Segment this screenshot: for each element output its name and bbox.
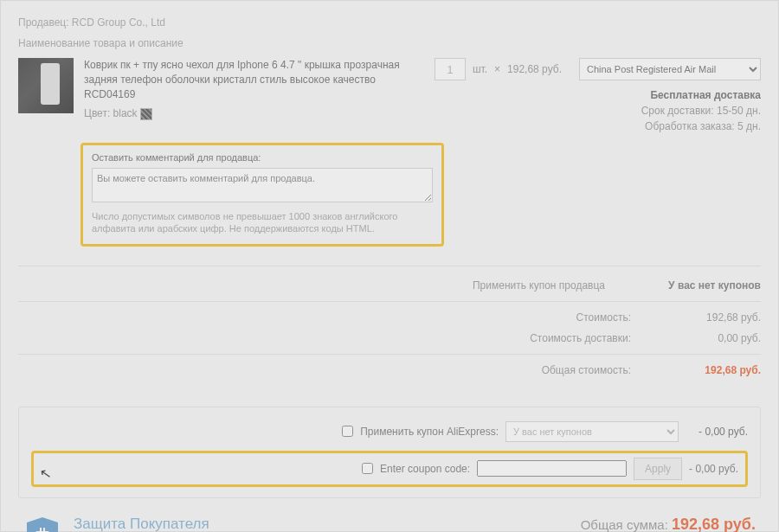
product-description-label: Наименование товара и описание xyxy=(18,37,761,49)
cursor-icon xyxy=(38,465,52,483)
unit-price: 192,68 руб. xyxy=(507,63,562,75)
product-thumbnail xyxy=(18,58,74,113)
cost-value: 192,68 руб. xyxy=(666,311,761,324)
shipping-method-select[interactable]: China Post Registered Air Mail xyxy=(579,58,761,80)
aliexpress-coupon-checkbox[interactable] xyxy=(342,426,353,437)
free-shipping-label: Бесплатная доставка xyxy=(572,89,761,101)
apply-coupon-button[interactable]: Apply xyxy=(634,458,682,480)
ship-cost-label: Стоимость доставки: xyxy=(530,332,631,344)
processing-time: Обработка заказа: 5 дн. xyxy=(572,120,761,132)
grand-total-line: Общая сумма: 192,68 руб. xyxy=(581,516,756,532)
delivery-time: Срок доставки: 15-50 дн. xyxy=(572,105,761,117)
aliexpress-coupon-label: Применить купон AliExpress: xyxy=(360,426,499,438)
times-symbol: × xyxy=(494,63,500,75)
coupon-code-amount: - 0,00 руб. xyxy=(689,463,738,475)
quantity-block: шт. × 192,68 руб. xyxy=(435,58,562,80)
subtotal-label: Общая стоимость: xyxy=(542,364,631,376)
product-title: Коврик пк + тпу ясно чехол для Iphone 6 … xyxy=(84,58,419,101)
quantity-input[interactable] xyxy=(435,58,466,80)
comment-textarea[interactable] xyxy=(92,168,433,202)
subtotal-value: 192,68 руб. xyxy=(666,364,761,376)
grand-total-value: 192,68 руб. xyxy=(672,516,756,532)
aliexpress-coupon-amount: - 0,00 руб. xyxy=(686,426,748,438)
cost-label: Стоимость: xyxy=(576,311,631,324)
buyer-protection: Защита Покупателя ☑ Полный возврат если … xyxy=(23,516,325,532)
coupon-code-checkbox[interactable] xyxy=(362,463,373,474)
quantity-unit: шт. xyxy=(473,63,487,75)
coupon-code-input[interactable] xyxy=(477,460,627,477)
coupon-code-row: Enter coupon code: Apply - 0,00 руб. xyxy=(31,451,748,487)
coupon-code-label: Enter coupon code: xyxy=(380,463,470,475)
order-summary: Применить купон продавца У вас нет купон… xyxy=(18,266,761,381)
comment-hint: Число допустимых символов не превышает 1… xyxy=(92,210,433,235)
aliexpress-coupon-select[interactable]: У вас нет купонов xyxy=(505,421,679,442)
seller-coupon-label: Применить купон продавца xyxy=(473,279,605,292)
seller-coupon-none: У вас нет купонов xyxy=(640,279,761,292)
protection-title: Защита Покупателя xyxy=(74,516,325,532)
ship-cost-value: 0,00 руб. xyxy=(666,332,761,344)
comment-label: Оставить комментарий для продавца: xyxy=(92,152,433,163)
color-swatch-icon xyxy=(140,108,152,120)
shield-icon xyxy=(23,516,61,532)
product-row: Коврик пк + тпу ясно чехол для Iphone 6 … xyxy=(18,58,761,132)
seller-line: Продавец: RCD Group Co., Ltd xyxy=(18,16,761,29)
product-color: Цвет: black xyxy=(84,106,419,121)
coupon-block: Применить купон AliExpress: У вас нет ку… xyxy=(18,407,761,498)
seller-comment-block: Оставить комментарий для продавца: Число… xyxy=(80,143,444,247)
